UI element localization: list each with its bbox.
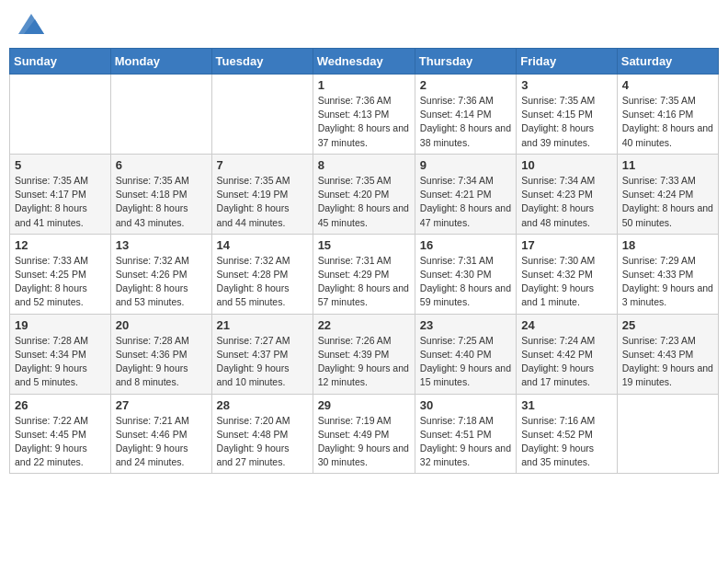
calendar-cell: 4Sunrise: 7:35 AM Sunset: 4:16 PM Daylig… — [617, 75, 718, 155]
day-number: 12 — [15, 238, 106, 252]
page-header — [9, 9, 719, 39]
day-info: Sunrise: 7:20 AM Sunset: 4:48 PM Dayligh… — [217, 414, 308, 470]
calendar-cell: 29Sunrise: 7:19 AM Sunset: 4:49 PM Dayli… — [313, 394, 415, 474]
day-info: Sunrise: 7:24 AM Sunset: 4:42 PM Dayligh… — [521, 334, 612, 390]
calendar-cell: 26Sunrise: 7:22 AM Sunset: 4:45 PM Dayli… — [10, 394, 111, 474]
calendar-cell: 1Sunrise: 7:36 AM Sunset: 4:13 PM Daylig… — [313, 75, 415, 155]
day-info: Sunrise: 7:35 AM Sunset: 4:19 PM Dayligh… — [217, 174, 308, 230]
calendar-cell: 9Sunrise: 7:34 AM Sunset: 4:21 PM Daylig… — [415, 154, 516, 234]
calendar-cell: 19Sunrise: 7:28 AM Sunset: 4:34 PM Dayli… — [10, 314, 111, 394]
day-number: 24 — [521, 318, 612, 332]
calendar-cell: 31Sunrise: 7:16 AM Sunset: 4:52 PM Dayli… — [517, 394, 618, 474]
calendar-cell: 27Sunrise: 7:21 AM Sunset: 4:46 PM Dayli… — [110, 394, 211, 474]
calendar-cell: 11Sunrise: 7:33 AM Sunset: 4:24 PM Dayli… — [617, 154, 718, 234]
calendar-cell: 21Sunrise: 7:27 AM Sunset: 4:37 PM Dayli… — [211, 314, 313, 394]
day-info: Sunrise: 7:31 AM Sunset: 4:30 PM Dayligh… — [420, 254, 511, 310]
day-info: Sunrise: 7:27 AM Sunset: 4:37 PM Dayligh… — [217, 334, 308, 390]
day-number: 31 — [521, 398, 612, 412]
week-row-1: 1Sunrise: 7:36 AM Sunset: 4:13 PM Daylig… — [10, 75, 719, 155]
day-info: Sunrise: 7:33 AM Sunset: 4:25 PM Dayligh… — [15, 254, 106, 310]
day-number: 6 — [116, 158, 207, 172]
day-number: 21 — [217, 318, 308, 332]
day-number: 13 — [116, 238, 207, 252]
day-number: 23 — [420, 318, 511, 332]
day-number: 19 — [15, 318, 106, 332]
day-info: Sunrise: 7:35 AM Sunset: 4:17 PM Dayligh… — [15, 174, 106, 230]
day-number: 14 — [217, 238, 308, 252]
calendar-cell: 20Sunrise: 7:28 AM Sunset: 4:36 PM Dayli… — [110, 314, 211, 394]
calendar-cell: 10Sunrise: 7:34 AM Sunset: 4:23 PM Dayli… — [517, 154, 618, 234]
day-info: Sunrise: 7:34 AM Sunset: 4:23 PM Dayligh… — [521, 174, 612, 230]
day-info: Sunrise: 7:26 AM Sunset: 4:39 PM Dayligh… — [318, 334, 410, 390]
day-info: Sunrise: 7:35 AM Sunset: 4:18 PM Dayligh… — [116, 174, 207, 230]
day-number: 2 — [420, 78, 511, 92]
day-info: Sunrise: 7:32 AM Sunset: 4:26 PM Dayligh… — [116, 254, 207, 310]
day-number: 18 — [622, 238, 713, 252]
weekday-header-monday: Monday — [110, 49, 211, 75]
calendar-cell — [211, 75, 313, 155]
day-number: 11 — [622, 158, 713, 172]
day-number: 15 — [318, 238, 410, 252]
week-row-5: 26Sunrise: 7:22 AM Sunset: 4:45 PM Dayli… — [10, 394, 719, 474]
day-info: Sunrise: 7:30 AM Sunset: 4:32 PM Dayligh… — [521, 254, 612, 310]
calendar-cell: 25Sunrise: 7:23 AM Sunset: 4:43 PM Dayli… — [617, 314, 718, 394]
calendar-cell: 8Sunrise: 7:35 AM Sunset: 4:20 PM Daylig… — [313, 154, 415, 234]
day-info: Sunrise: 7:25 AM Sunset: 4:40 PM Dayligh… — [420, 334, 511, 390]
day-info: Sunrise: 7:35 AM Sunset: 4:20 PM Dayligh… — [318, 174, 410, 230]
day-number: 4 — [622, 78, 713, 92]
day-number: 27 — [116, 398, 207, 412]
calendar-cell: 23Sunrise: 7:25 AM Sunset: 4:40 PM Dayli… — [415, 314, 516, 394]
day-number: 1 — [318, 78, 410, 92]
day-info: Sunrise: 7:34 AM Sunset: 4:21 PM Dayligh… — [420, 174, 511, 230]
calendar-cell: 12Sunrise: 7:33 AM Sunset: 4:25 PM Dayli… — [10, 234, 111, 314]
week-row-4: 19Sunrise: 7:28 AM Sunset: 4:34 PM Dayli… — [10, 314, 719, 394]
calendar-cell: 7Sunrise: 7:35 AM Sunset: 4:19 PM Daylig… — [211, 154, 313, 234]
weekday-header-wednesday: Wednesday — [313, 49, 415, 75]
day-number: 9 — [420, 158, 511, 172]
day-number: 20 — [116, 318, 207, 332]
calendar-cell: 16Sunrise: 7:31 AM Sunset: 4:30 PM Dayli… — [415, 234, 516, 314]
day-info: Sunrise: 7:33 AM Sunset: 4:24 PM Dayligh… — [622, 174, 713, 230]
calendar-cell: 28Sunrise: 7:20 AM Sunset: 4:48 PM Dayli… — [211, 394, 313, 474]
day-number: 8 — [318, 158, 410, 172]
day-number: 30 — [420, 398, 511, 412]
day-info: Sunrise: 7:29 AM Sunset: 4:33 PM Dayligh… — [622, 254, 713, 310]
day-info: Sunrise: 7:28 AM Sunset: 4:34 PM Dayligh… — [15, 334, 106, 390]
weekday-header-sunday: Sunday — [10, 49, 111, 75]
day-number: 16 — [420, 238, 511, 252]
calendar-cell: 3Sunrise: 7:35 AM Sunset: 4:15 PM Daylig… — [517, 75, 618, 155]
week-row-3: 12Sunrise: 7:33 AM Sunset: 4:25 PM Dayli… — [10, 234, 719, 314]
logo-icon — [18, 14, 44, 34]
day-info: Sunrise: 7:23 AM Sunset: 4:43 PM Dayligh… — [622, 334, 713, 390]
day-number: 22 — [318, 318, 410, 332]
calendar-cell — [617, 394, 718, 474]
weekday-header-saturday: Saturday — [617, 49, 718, 75]
day-info: Sunrise: 7:35 AM Sunset: 4:16 PM Dayligh… — [622, 94, 713, 150]
calendar-cell — [10, 75, 111, 155]
calendar-cell: 15Sunrise: 7:31 AM Sunset: 4:29 PM Dayli… — [313, 234, 415, 314]
day-info: Sunrise: 7:18 AM Sunset: 4:51 PM Dayligh… — [420, 414, 511, 470]
calendar-cell: 30Sunrise: 7:18 AM Sunset: 4:51 PM Dayli… — [415, 394, 516, 474]
day-number: 26 — [15, 398, 106, 412]
calendar-cell: 14Sunrise: 7:32 AM Sunset: 4:28 PM Dayli… — [211, 234, 313, 314]
day-number: 28 — [217, 398, 308, 412]
day-info: Sunrise: 7:32 AM Sunset: 4:28 PM Dayligh… — [217, 254, 308, 310]
logo — [18, 14, 48, 34]
day-info: Sunrise: 7:22 AM Sunset: 4:45 PM Dayligh… — [15, 414, 106, 470]
day-number: 29 — [318, 398, 410, 412]
calendar-cell — [110, 75, 211, 155]
weekday-header-friday: Friday — [517, 49, 618, 75]
calendar-table: SundayMondayTuesdayWednesdayThursdayFrid… — [9, 48, 719, 474]
weekday-header-tuesday: Tuesday — [211, 49, 313, 75]
day-info: Sunrise: 7:31 AM Sunset: 4:29 PM Dayligh… — [318, 254, 410, 310]
calendar-cell: 5Sunrise: 7:35 AM Sunset: 4:17 PM Daylig… — [10, 154, 111, 234]
day-info: Sunrise: 7:28 AM Sunset: 4:36 PM Dayligh… — [116, 334, 207, 390]
day-info: Sunrise: 7:21 AM Sunset: 4:46 PM Dayligh… — [116, 414, 207, 470]
day-number: 7 — [217, 158, 308, 172]
day-number: 3 — [521, 78, 612, 92]
calendar-cell: 17Sunrise: 7:30 AM Sunset: 4:32 PM Dayli… — [517, 234, 618, 314]
weekday-header-thursday: Thursday — [415, 49, 516, 75]
day-number: 10 — [521, 158, 612, 172]
weekday-header-row: SundayMondayTuesdayWednesdayThursdayFrid… — [10, 49, 719, 75]
calendar-cell: 2Sunrise: 7:36 AM Sunset: 4:14 PM Daylig… — [415, 75, 516, 155]
